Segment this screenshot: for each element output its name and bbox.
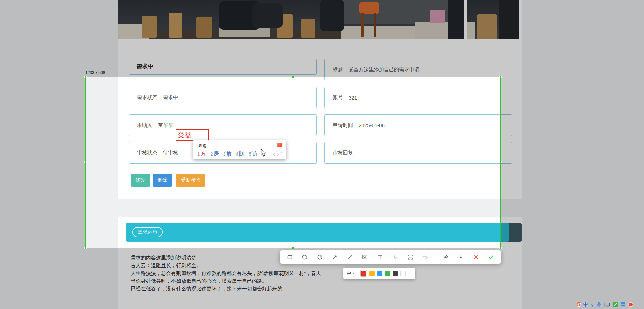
mosaic-tool-icon[interactable] [360, 252, 370, 262]
ime-pager: ‹ › ˇ [273, 151, 283, 157]
photo-shape [252, 3, 283, 28]
ime-candidate[interactable]: 2房 [210, 150, 219, 158]
ime-candidate[interactable]: 1方 [197, 150, 206, 158]
field-value: 受益方这里添加自己的需求申请 [349, 66, 419, 73]
field-demand-status: 需求状态 需求中 [129, 87, 317, 108]
color-swatch-blue[interactable] [377, 271, 382, 276]
gallery-photo-next [467, 0, 519, 39]
color-swatch-black[interactable] [393, 271, 398, 276]
ime-candidate[interactable]: 3放 [223, 150, 231, 158]
language-toggle-icon[interactable]: 中 [583, 301, 588, 308]
cancel-icon[interactable] [471, 252, 481, 262]
duplicate-tool-icon[interactable] [390, 252, 400, 262]
field-label: 审核状态 [137, 150, 157, 156]
photo-shape [169, 13, 182, 38]
color-swatch-yellow[interactable] [369, 271, 375, 276]
keyboard-icon[interactable] [604, 302, 610, 307]
punctuation-toggle-icon[interactable]: ·, [591, 302, 593, 307]
delete-button[interactable]: 删除 [153, 174, 172, 187]
selection-handle[interactable] [84, 247, 87, 249]
color-swatch-red[interactable] [361, 270, 367, 276]
color-swatch-green[interactable] [385, 271, 390, 276]
modify-button[interactable]: 修改 [131, 174, 150, 187]
selection-handle[interactable] [84, 161, 87, 163]
expand-icon[interactable]: ˇ [281, 151, 283, 157]
content-paragraph: 当你身处低谷时，不如放低自己的心态，摸索属于自己的路。 [131, 277, 508, 285]
confirm-icon[interactable] [486, 252, 496, 262]
selection-handle[interactable] [84, 76, 87, 78]
rectangle-tool-icon[interactable] [285, 252, 295, 262]
ime-candidate[interactable]: 5访 [249, 150, 257, 158]
stroke-size-label: 中 [347, 270, 351, 276]
snip-style-toolbar: 中 ▼ [343, 268, 415, 279]
ime-candidate[interactable]: 4防 [236, 150, 245, 158]
content-paragraph: 已经在低谷了，没有什么情况比这更坏了，接下来一切都会好起来的。 [131, 285, 508, 292]
annotation-rectangle[interactable]: 受益 [176, 129, 209, 141]
screen: 需求中 标题 受益方这里添加自己的需求申请 需求状态 需求中 账号 321 求助… [0, 0, 644, 309]
photo-shape [374, 13, 376, 37]
status-header-text: 需求中 [136, 63, 154, 71]
stroke-size-select[interactable]: 中 ▼ [347, 270, 355, 276]
ellipse-tool-icon[interactable] [300, 252, 310, 262]
sogou-logo-icon[interactable]: S [577, 301, 581, 308]
field-help-seeker: 求助人 苗爷爷 [129, 114, 317, 136]
field-label: 求助人 [137, 122, 152, 129]
share-icon[interactable] [441, 252, 451, 262]
ime-language-bar: S 中 ·, [577, 300, 633, 308]
field-value: 需求中 [163, 94, 178, 101]
content-paragraph: 人生路漫漫，总会有荆棘坎坷，再难熬的路都会有尽头，所谓“柳暗花明又一村”，春天 [131, 269, 508, 277]
selection-size-label: 1233 x 508 [85, 70, 105, 75]
line-tool-icon[interactable] [345, 252, 355, 262]
photo-shape [196, 17, 212, 38]
field-value: 苗爷爷 [158, 122, 173, 129]
skin-icon[interactable] [613, 302, 618, 307]
text-tool-icon[interactable] [375, 252, 385, 262]
snip-toolbar [280, 250, 501, 264]
chevron-down-icon: ▼ [352, 272, 355, 275]
ime-candidates: 1方 2房 3放 4防 5访 [197, 150, 257, 158]
photo-shape [301, 19, 315, 38]
gallery-photo-main [118, 0, 464, 39]
photo-shape [499, 0, 519, 39]
field-label: 申请时间 [333, 122, 353, 129]
field-account: 账号 321 [324, 87, 512, 108]
photo-shape [359, 2, 379, 14]
toolbar-separator [436, 254, 436, 260]
field-value: 2025-05-06 [359, 122, 385, 128]
photo-shape [142, 16, 157, 38]
emoji-tool-icon[interactable] [315, 252, 325, 262]
field-label: 账号 [333, 94, 343, 101]
field-review-reply: 审核回复 [324, 142, 512, 164]
photo-shape [361, 13, 364, 37]
ime-skin-icon[interactable] [277, 143, 282, 147]
next-page-icon[interactable]: › [277, 151, 279, 157]
sogou-badge-icon[interactable] [628, 302, 633, 307]
microphone-icon[interactable] [596, 301, 602, 308]
ime-composition: fang [197, 142, 206, 148]
save-icon[interactable] [456, 252, 466, 262]
photo-shape [477, 14, 497, 39]
field-label: 审核回复 [333, 150, 353, 156]
undo-icon[interactable] [420, 252, 430, 262]
aid-status-button[interactable]: 受助状态 [176, 174, 205, 187]
photo-shape [467, 22, 475, 39]
ime-caret [208, 143, 208, 148]
photo-shape [430, 10, 445, 23]
arrow-tool-icon[interactable] [330, 252, 340, 262]
scan-tool-icon[interactable] [405, 252, 415, 262]
field-title: 标题 受益方这里添加自己的需求申请 [324, 59, 512, 80]
field-value: 321 [349, 95, 357, 101]
prev-page-icon[interactable]: ‹ [273, 151, 275, 157]
field-value: 待审核 [163, 150, 178, 156]
mouse-cursor [261, 149, 268, 157]
toolbox-icon[interactable] [620, 302, 626, 307]
ime-candidate-window: fang 1方 2房 3放 4防 5访 ‹ › ˇ [193, 140, 286, 159]
photo-shape [448, 0, 464, 39]
subbar-separator [358, 270, 358, 276]
field-apply-time: 申请时间 2025-05-06 [324, 114, 512, 136]
content-banner-tag: 需求内容 [132, 227, 163, 237]
content-banner: 需求内容 [126, 223, 509, 242]
field-status-header: 需求中 [129, 59, 317, 75]
annotation-text: 受益 [176, 131, 192, 138]
color-swatch-white[interactable] [400, 271, 406, 276]
